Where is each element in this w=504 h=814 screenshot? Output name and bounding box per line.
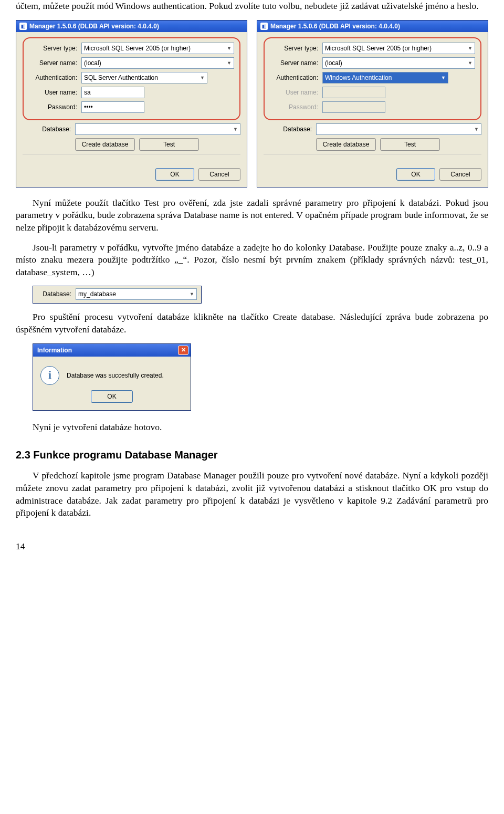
dialog-sql-auth: ◧ Manager 1.5.0.6 (DLDB API version: 4.0…	[16, 20, 247, 187]
server-name-select[interactable]: (local) ▼	[322, 57, 475, 69]
ok-button[interactable]: OK	[396, 168, 435, 181]
chevron-down-icon: ▼	[233, 126, 238, 132]
label-db: Database:	[23, 125, 75, 133]
db-select[interactable]: ▼	[316, 123, 481, 135]
server-type-select[interactable]: Microsoft SQL Server 2005 (or higher) ▼	[322, 43, 475, 54]
label-pass: Password:	[270, 103, 322, 111]
label-auth: Authentication:	[270, 74, 322, 82]
test-button[interactable]: Test	[380, 138, 440, 151]
window-title: Manager 1.5.0.6 (DLDB API version: 4.0.4…	[29, 22, 159, 30]
create-database-button[interactable]: Create database	[316, 138, 376, 151]
server-name-value: (local)	[84, 59, 101, 67]
auth-value: Windows Authentication	[325, 74, 392, 82]
server-name-value: (local)	[325, 59, 342, 67]
section-heading: 2.3 Funkce programu Database Manager	[16, 448, 488, 462]
dialog-figures: ◧ Manager 1.5.0.6 (DLDB API version: 4.0…	[16, 20, 488, 187]
pass-input[interactable]: ••••	[81, 101, 144, 113]
highlight-box: Server type: Microsoft SQL Server 2005 (…	[264, 37, 481, 120]
label-db: Database:	[264, 125, 316, 133]
label-server-type: Server type:	[270, 44, 322, 53]
user-value: sa	[84, 88, 91, 97]
paragraph-create: Pro spuštění procesu vytvoření databáze …	[16, 311, 488, 336]
chevron-down-icon: ▼	[227, 45, 232, 51]
cancel-button[interactable]: Cancel	[198, 168, 240, 181]
paragraph-dbname: Jsou-li parametry v pořádku, vytvořte jm…	[16, 242, 488, 279]
label-pass: Password:	[29, 103, 81, 111]
server-type-value: Microsoft SQL Server 2005 (or higher)	[325, 44, 432, 53]
db-select[interactable]: ▼	[75, 123, 240, 135]
chevron-down-icon: ▼	[468, 60, 472, 66]
info-dialog: Information ✕ i Database was succesfully…	[33, 343, 191, 411]
paragraph-intro: účtem, můžete použít mód Windows authent…	[16, 0, 488, 13]
info-ok-button[interactable]: OK	[91, 390, 133, 403]
label-user: User name:	[270, 88, 322, 97]
label-db: Database:	[37, 290, 76, 298]
paragraph-done: Nyní je vytvoření databáze hotovo.	[16, 421, 488, 434]
info-message: Database was succesfully created.	[67, 371, 164, 380]
chevron-down-icon: ▼	[190, 291, 194, 297]
ok-button[interactable]: OK	[155, 168, 194, 181]
user-input-disabled	[322, 87, 385, 98]
chevron-down-icon: ▼	[227, 60, 232, 66]
app-icon: ◧	[19, 23, 27, 30]
window-title: Manager 1.5.0.6 (DLDB API version: 4.0.4…	[270, 22, 400, 30]
highlight-box: Server type: Microsoft SQL Server 2005 (…	[23, 37, 240, 120]
label-auth: Authentication:	[29, 74, 81, 82]
info-dialog-figure: Information ✕ i Database was succesfully…	[33, 343, 488, 411]
page-number: 14	[16, 540, 488, 553]
auth-select[interactable]: Windows Authentication ▼	[322, 72, 448, 84]
info-titlebar: Information ✕	[33, 344, 191, 357]
chevron-down-icon: ▼	[474, 126, 479, 132]
pass-input-disabled	[322, 101, 385, 113]
label-server-name: Server name:	[270, 59, 322, 67]
paragraph-functions: V předchozí kapitole jsme program Databa…	[16, 469, 488, 519]
pass-value: ••••	[84, 103, 93, 111]
label-server-type: Server type:	[29, 44, 81, 53]
info-title: Information	[37, 346, 72, 354]
server-type-select[interactable]: Microsoft SQL Server 2005 (or higher) ▼	[81, 43, 234, 54]
chevron-down-icon: ▼	[441, 75, 446, 81]
info-icon: i	[40, 366, 59, 385]
paragraph-test: Nyní můžete použít tlačítko Test pro ově…	[16, 197, 488, 234]
user-input[interactable]: sa	[81, 87, 144, 98]
label-server-name: Server name:	[29, 59, 81, 67]
cancel-button[interactable]: Cancel	[439, 168, 481, 181]
close-icon[interactable]: ✕	[178, 346, 188, 355]
titlebar: ◧ Manager 1.5.0.6 (DLDB API version: 4.0…	[257, 20, 488, 32]
db-select-filled[interactable]: my_database ▼	[76, 288, 197, 300]
titlebar: ◧ Manager 1.5.0.6 (DLDB API version: 4.0…	[16, 20, 247, 32]
test-button[interactable]: Test	[139, 138, 199, 151]
divider	[264, 154, 481, 154]
chevron-down-icon: ▼	[468, 45, 472, 51]
server-type-value: Microsoft SQL Server 2005 (or higher)	[84, 44, 191, 53]
auth-select[interactable]: SQL Server Authentication ▼	[81, 72, 207, 84]
auth-value: SQL Server Authentication	[84, 74, 158, 82]
server-name-select[interactable]: (local) ▼	[81, 57, 234, 69]
chevron-down-icon: ▼	[200, 75, 205, 81]
db-value: my_database	[78, 290, 116, 298]
label-user: User name:	[29, 88, 81, 97]
dialog-win-auth: ◧ Manager 1.5.0.6 (DLDB API version: 4.0…	[257, 20, 488, 187]
divider	[23, 154, 240, 154]
create-database-button[interactable]: Create database	[75, 138, 135, 151]
db-row-figure: Database: my_database ▼	[33, 286, 488, 304]
app-icon: ◧	[260, 23, 268, 30]
